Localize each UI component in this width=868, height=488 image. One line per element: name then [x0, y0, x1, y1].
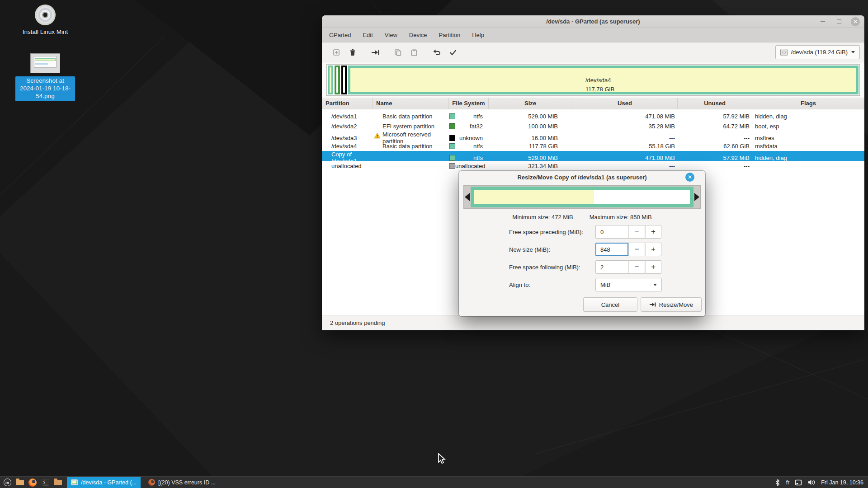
disk-segment-sda4[interactable]: /dev/sda4 117.78 GiB [348, 66, 859, 94]
desktop-icon-install-linux-mint[interactable]: Install Linux Mint [14, 5, 77, 36]
status-bar: 2 operations pending [322, 315, 864, 330]
mouse-cursor [437, 453, 446, 465]
cancel-button[interactable]: Cancel [583, 297, 637, 312]
fs-color-swatch [449, 143, 455, 149]
wallpaper-line [533, 360, 864, 455]
desktop-icon-screenshot[interactable]: Screenshot at 2024-01-19 10-18-54.png [15, 53, 75, 101]
chevron-down-icon [653, 284, 657, 286]
resize-slider [463, 185, 701, 209]
table-header: Partition Name File System Size Used Unu… [322, 98, 864, 109]
mint-menu-button[interactable]: m [2, 477, 13, 488]
decrement-button[interactable]: − [628, 260, 645, 274]
dialog-close-button[interactable]: ✕ [685, 173, 694, 182]
table-row-sda3[interactable]: /dev/sda3 Microsoft reserved partition u… [322, 131, 864, 141]
chevron-down-icon [851, 51, 855, 53]
increment-button[interactable]: + [645, 243, 661, 256]
volume-icon[interactable] [807, 479, 816, 486]
resize-form: Free space preceding (MiB): − + New size… [459, 225, 705, 296]
clock[interactable]: Fri Jan 19, 10:36 [821, 479, 863, 486]
slider-left-arrow[interactable] [464, 186, 471, 208]
taskbar-task-firefox[interactable]: [(20) VSS erreurs ID ... [144, 477, 220, 488]
partition-resize-frame[interactable] [471, 187, 693, 207]
free-space-preceding-input[interactable] [595, 225, 628, 239]
disk-segment-sda1[interactable] [328, 66, 333, 94]
keyboard-layout-indicator[interactable]: fr [786, 479, 789, 486]
resize-move-icon[interactable] [367, 46, 383, 59]
col-partition[interactable]: Partition [322, 98, 373, 109]
titlebar[interactable]: /dev/sda - GParted (as superuser) ✕ [322, 15, 864, 28]
disk-segment-sda2[interactable] [335, 66, 340, 94]
dialog-title: Resize/Move Copy of /dev/sda1 (as superu… [517, 174, 646, 181]
desktop: Install Linux Mint Screenshot at 2024-01… [0, 0, 868, 488]
wallpaper-facet [0, 253, 344, 488]
size-limits: Minimum size: 472 MiB Maximum size: 850 … [459, 214, 705, 221]
decrement-button[interactable]: − [628, 225, 645, 239]
firefox-launcher[interactable] [27, 477, 38, 488]
menu-device[interactable]: Device [409, 32, 427, 38]
close-button[interactable]: ✕ [851, 17, 860, 26]
table-row-sda2[interactable]: /dev/sda2 EFI system partition fat32 100… [322, 121, 864, 131]
disk-visual-area: /dev/sda4 117.78 GiB [322, 62, 864, 98]
fs-color-swatch [449, 135, 455, 141]
menubar: GParted Edit View Device Partition Help [322, 28, 864, 42]
decrement-button[interactable]: − [628, 243, 645, 256]
free-space-following-input[interactable] [595, 260, 628, 274]
menu-edit[interactable]: Edit [363, 32, 373, 38]
resize-move-button[interactable]: Resize/Move [641, 297, 702, 312]
folder-launcher[interactable] [52, 477, 63, 488]
delete-partition-icon[interactable] [344, 46, 361, 59]
increment-button[interactable]: + [645, 225, 661, 239]
firefox-icon [148, 479, 155, 486]
copy-partition-icon[interactable] [390, 46, 406, 59]
col-name[interactable]: Name [373, 98, 449, 109]
taskbar-task-gparted[interactable]: /dev/sda - GParted (... [67, 477, 141, 488]
table-row-sda1[interactable]: /dev/sda1 Basic data partition ntfs 529.… [322, 111, 864, 121]
warning-icon [374, 132, 381, 141]
col-unused[interactable]: Unused [678, 98, 752, 109]
col-size[interactable]: Size [489, 98, 572, 109]
menu-gparted[interactable]: GParted [329, 32, 351, 38]
new-size-spinner: − + [595, 243, 661, 256]
new-size-input[interactable] [595, 243, 628, 256]
bluetooth-icon[interactable] [774, 479, 781, 486]
apply-icon[interactable] [445, 46, 461, 59]
disk-segment-sda3[interactable] [341, 66, 347, 94]
col-used[interactable]: Used [572, 98, 678, 109]
increment-button[interactable]: + [645, 260, 661, 274]
disk-visual-panel: /dev/sda4 117.78 GiB [326, 64, 860, 96]
fs-color-swatch [449, 155, 455, 161]
taskbar: m $_ /dev/sda - GParted (... [(20) VSS e… [0, 476, 868, 488]
minimize-button[interactable] [818, 17, 827, 26]
dialog-titlebar[interactable]: Resize/Move Copy of /dev/sda1 (as superu… [459, 171, 705, 183]
minimum-size-label: Minimum size: 472 MiB [512, 214, 573, 221]
toolbar: /dev/sda (119.24 GiB) [322, 42, 864, 62]
undo-icon[interactable] [429, 46, 445, 59]
col-flags[interactable]: Flags [752, 98, 864, 109]
fs-color-swatch [449, 123, 455, 129]
partition-used-space [474, 190, 594, 204]
free-space-preceding-label: Free space preceding (MiB): [509, 229, 583, 235]
fs-color-swatch [449, 113, 455, 119]
terminal-launcher[interactable]: $_ [40, 477, 51, 488]
table-row-copy-sda1-selected[interactable]: Copy of /dev/sda1 ntfs 529.00 MiB 471.08… [322, 151, 864, 161]
align-to-dropdown[interactable]: MiB [595, 278, 662, 291]
slider-right-arrow[interactable] [693, 186, 700, 208]
maximize-button[interactable] [835, 17, 844, 26]
paste-partition-icon[interactable] [406, 46, 422, 59]
table-row-unallocated[interactable]: unallocated unallocated 321.34 MiB --- -… [322, 161, 864, 171]
device-selector-value: /dev/sda (119.24 GiB) [791, 49, 848, 56]
align-to-label: Align to: [509, 282, 530, 288]
network-icon[interactable] [795, 479, 802, 486]
new-partition-icon[interactable] [328, 46, 344, 59]
fs-color-swatch [449, 163, 455, 169]
menu-partition[interactable]: Partition [439, 32, 461, 38]
align-to-value: MiB [600, 282, 653, 288]
resize-move-dialog: Resize/Move Copy of /dev/sda1 (as superu… [459, 171, 705, 316]
disk-icon [780, 49, 788, 56]
table-row-sda4[interactable]: /dev/sda4 Basic data partition ntfs 117.… [322, 141, 864, 151]
files-launcher[interactable] [14, 477, 25, 488]
col-filesystem[interactable]: File System [449, 98, 489, 109]
menu-view[interactable]: View [385, 32, 397, 38]
device-selector[interactable]: /dev/sda (119.24 GiB) [775, 45, 860, 59]
menu-help[interactable]: Help [472, 32, 484, 38]
